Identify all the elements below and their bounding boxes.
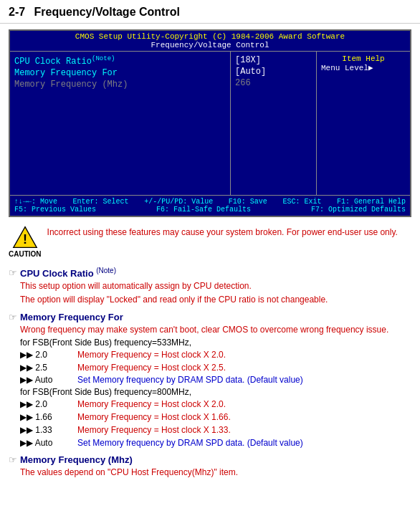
- menu-level: Menu Level▶: [321, 63, 406, 72]
- cpu-clock-text1: This setup option will automatically ass…: [20, 280, 411, 292]
- mem-freq-for-value: [Auto]: [235, 67, 266, 77]
- item-help-header: Item Help: [321, 54, 406, 63]
- key-800-2.0: ▶▶ 2.0: [20, 398, 77, 411]
- nav-prev: F5: Previous Values: [14, 206, 96, 214]
- key-533-2.0: ▶▶ 2.0: [20, 349, 77, 361]
- cpu-clock-header: ☞ CPU Clock Ratio (Note): [9, 267, 411, 279]
- nav-value: +/-/PU/PD: Value: [144, 198, 213, 206]
- arrow-icon-mem-mhz: ☞: [9, 454, 17, 465]
- key-533-auto: ▶▶ Auto: [20, 374, 77, 386]
- key-800-1.33: ▶▶ 1.33: [20, 424, 77, 436]
- help-item-mem-freq-mhz: ☞ Memory Frequency (Mhz) The values depe…: [9, 454, 411, 479]
- bios-row-cpu-clock[interactable]: CPU Clock Ratio(Note): [14, 54, 226, 67]
- entry-533-2.5: ▶▶ 2.5 Memory Frequency = Host clock X 2…: [20, 362, 411, 374]
- entry-800-1.33: ▶▶ 1.33 Memory Frequency = Host clock X …: [20, 424, 411, 436]
- nav-select: Enter: Select: [73, 198, 129, 206]
- bios-footer-row1: ↑↓→←: Move Enter: Select +/-/PU/PD: Valu…: [14, 198, 406, 206]
- mem-freq-mhz-text: The values depend on "CPU Host Frequency…: [20, 467, 411, 479]
- svg-text:!: !: [23, 232, 27, 247]
- bios-body: CPU Clock Ratio(Note) Memory Frequency F…: [10, 52, 410, 195]
- nav-failsafe: F6: Fail-Safe Defaults: [156, 206, 251, 214]
- caution-label: CAUTION: [9, 250, 42, 258]
- arrow-icon-mem-freq: ☞: [9, 312, 17, 322]
- menu-level-arrow: ▶: [368, 63, 373, 72]
- caution-section: ! CAUTION Incorrect using these features…: [9, 224, 411, 258]
- arrow-icon-cpu: ☞: [9, 267, 17, 278]
- val-800-2.0: Memory Frequency = Host clock X 2.0.: [77, 398, 411, 411]
- fsb533-header: for FSB(Front Side Bus) frequency=533MHz…: [20, 338, 411, 348]
- page-header: 2-7 Frequency/Voltage Control: [0, 0, 420, 24]
- caution-icon: !: [12, 224, 38, 250]
- mem-freq-for-header: ☞ Memory Frequency For: [9, 312, 411, 322]
- bios-value-mem-freq-mhz: 266: [235, 77, 312, 89]
- nav-optimized: F7: Optimized Defaults: [311, 206, 406, 214]
- entry-533-auto: ▶▶ Auto Set Memory frequency by DRAM SPD…: [20, 374, 411, 386]
- entry-800-auto: ▶▶ Auto Set Memory frequency by DRAM SPD…: [20, 437, 411, 449]
- bios-middle-panel: [18X] [Auto] 266: [231, 52, 317, 195]
- val-533-2.0: Memory Frequency = Host clock X 2.0.: [77, 349, 411, 361]
- val-533-auto: Set Memory frequency by DRAM SPD data. (…: [77, 374, 411, 386]
- bios-footer: ↑↓→←: Move Enter: Select +/-/PU/PD: Valu…: [10, 195, 410, 216]
- nav-esc: ESC: Exit: [282, 198, 321, 206]
- section-number: 2-7: [9, 6, 25, 18]
- key-800-auto: ▶▶ Auto: [20, 437, 77, 449]
- cpu-clock-value: [18X]: [235, 55, 261, 65]
- entry-800-2.0: ▶▶ 2.0 Memory Frequency = Host clock X 2…: [20, 398, 411, 411]
- key-800-1.66: ▶▶ 1.66: [20, 411, 77, 424]
- mem-freq-mhz-value: 266: [235, 78, 251, 88]
- page-title: 2-7 Frequency/Voltage Control: [9, 6, 180, 18]
- mem-freq-text1: Wrong frequency may make system can't bo…: [20, 324, 411, 336]
- entry-533-2.0: ▶▶ 2.0 Memory Frequency = Host clock X 2…: [20, 349, 411, 361]
- val-533-2.5: Memory Frequency = Host clock X 2.5.: [77, 362, 411, 374]
- mem-freq-for-title: Memory Frequency For: [20, 312, 123, 322]
- key-533-2.5: ▶▶ 2.5: [20, 362, 77, 374]
- fsb800-header: for FSB(Front Side Bus) frequency=800MHz…: [20, 387, 411, 397]
- bios-title-bar: CMOS Setup Utility-Copyright (C) 1984-20…: [10, 31, 410, 52]
- bios-value-mem-freq-for: [Auto]: [235, 66, 312, 77]
- nav-help: F1: General Help: [337, 198, 406, 206]
- val-800-1.66: Memory Frequency = Host clock X 1.66.: [77, 411, 411, 424]
- bios-footer-row2: F5: Previous Values F6: Fail-Safe Defaul…: [14, 206, 406, 214]
- bios-row-mem-freq-for[interactable]: Memory Frequency For: [14, 67, 226, 79]
- mem-freq-for-label: Memory Frequency For: [14, 68, 118, 78]
- val-800-auto: Set Memory frequency by DRAM SPD data. (…: [77, 437, 411, 449]
- cpu-clock-title: CPU Clock Ratio (Note): [20, 267, 116, 279]
- bios-row-mem-freq-mhz: Memory Frequency (Mhz): [14, 79, 226, 90]
- entry-800-1.66: ▶▶ 1.66 Memory Frequency = Host clock X …: [20, 411, 411, 424]
- mem-freq-mhz-label: Memory Frequency (Mhz): [14, 80, 128, 90]
- help-item-mem-freq-for: ☞ Memory Frequency For Wrong frequency m…: [9, 312, 411, 449]
- caution-text: Incorrect using these features may cause…: [47, 224, 398, 237]
- help-item-cpu-clock: ☞ CPU Clock Ratio (Note) This setup opti…: [9, 267, 411, 306]
- cpu-clock-label: CPU Clock Ratio(Note): [14, 55, 115, 67]
- bios-value-cpu-clock: [18X]: [235, 54, 312, 66]
- caution-wrapper: ! CAUTION: [9, 224, 42, 258]
- bios-title-line2: Frequency/Voltage Control: [10, 41, 410, 49]
- bios-right-panel: Item Help Menu Level▶: [317, 52, 410, 195]
- nav-save: F10: Save: [229, 198, 267, 206]
- mem-freq-mhz-header: ☞ Memory Frequency (Mhz): [9, 454, 411, 465]
- bios-left-panel: CPU Clock Ratio(Note) Memory Frequency F…: [10, 52, 231, 195]
- bios-title-line1: CMOS Setup Utility-Copyright (C) 1984-20…: [10, 32, 410, 41]
- bios-screen: CMOS Setup Utility-Copyright (C) 1984-20…: [9, 29, 411, 217]
- mem-freq-mhz-title: Memory Frequency (Mhz): [20, 454, 133, 465]
- nav-move: ↑↓→←: Move: [14, 198, 57, 206]
- help-section: ☞ CPU Clock Ratio (Note) This setup opti…: [0, 264, 420, 487]
- val-800-1.33: Memory Frequency = Host clock X 1.33.: [77, 424, 411, 436]
- cpu-clock-text2: The option will display "Locked" and rea…: [20, 294, 411, 306]
- title-text: Frequency/Voltage Control: [34, 6, 180, 18]
